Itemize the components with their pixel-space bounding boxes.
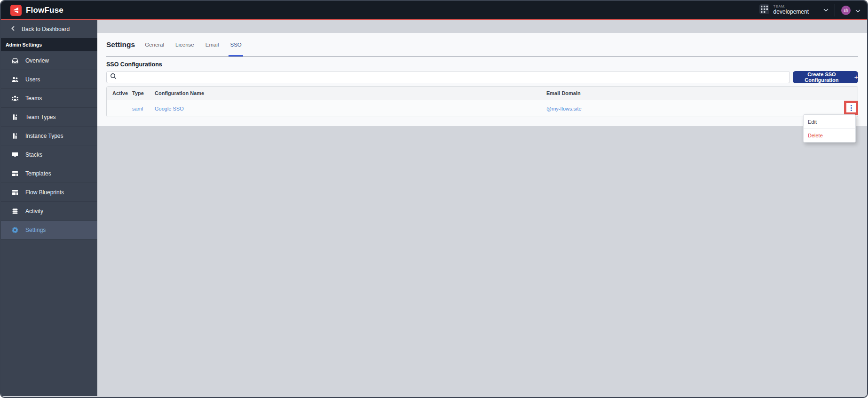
column-header-type: Type (132, 90, 155, 96)
sidebar-item-flow-blueprints[interactable]: Flow Blueprints (1, 183, 97, 202)
topbar-divider (835, 4, 835, 16)
column-header-email-domain: Email Domain (546, 90, 839, 96)
search-box (106, 71, 790, 83)
search-icon (110, 73, 117, 81)
tab-license[interactable]: License (175, 33, 195, 56)
sidebar-item-settings[interactable]: Settings (1, 221, 97, 239)
app-window: FlowFuse TEAM: developement (0, 0, 868, 398)
column-header-configuration-name: Configuration Name (155, 90, 546, 96)
tabs-divider (106, 56, 858, 57)
user-menu[interactable]: sh (841, 6, 860, 15)
section-title: SSO Configurations (106, 61, 858, 68)
chevron-down-icon (855, 6, 860, 15)
table-controls: Create SSO Configuration + (106, 71, 858, 83)
sidebar-item-activity[interactable]: Activity (1, 202, 97, 221)
kebab-icon (851, 105, 852, 106)
sidebar-item-label: Teams (25, 95, 42, 102)
table-header-row: Active Type Configuration Name Email Dom… (107, 87, 858, 100)
sidebar-item-label: Team Types (25, 114, 55, 120)
chart-document-icon (11, 113, 19, 121)
table-row[interactable]: saml Google SSO @my-flows.site (107, 100, 858, 117)
sidebar-item-templates[interactable]: Templates (1, 164, 97, 183)
team-texts: TEAM: developement (773, 5, 809, 15)
database-icon (11, 207, 19, 215)
sidebar-item-label: Flow Blueprints (25, 189, 64, 196)
settings-panel: Settings General License Email SSO SSO C… (97, 33, 867, 126)
sidebar-item-label: Stacks (25, 151, 42, 158)
admin-sidebar: Back to Dashboard Admin Settings Overvie… (1, 20, 97, 396)
brand-name: FlowFuse (26, 6, 63, 15)
team-grid-icon (759, 4, 769, 16)
row-kebab-menu-button[interactable] (844, 101, 858, 115)
tab-general[interactable]: General (144, 33, 165, 56)
team-name: developement (773, 9, 809, 16)
sidebar-item-label: Templates (25, 170, 51, 177)
create-sso-configuration-button[interactable]: Create SSO Configuration + (793, 71, 858, 83)
sidebar-item-label: Activity (25, 208, 43, 215)
admin-settings-section-label: Admin Settings (1, 38, 97, 51)
page-title: Settings (106, 33, 135, 56)
flowfuse-logo-icon (10, 5, 22, 16)
chevron-left-icon (11, 26, 15, 32)
sidebar-item-users[interactable]: Users (1, 70, 97, 89)
chevron-down-icon (823, 8, 829, 12)
inbox-icon (11, 57, 19, 64)
cell-email-domain[interactable]: @my-flows.site (546, 106, 839, 111)
gear-icon (11, 226, 19, 234)
sidebar-item-label: Overview (25, 57, 49, 64)
sidebar-item-team-types[interactable]: Team Types (1, 108, 97, 127)
sidebar-item-instance-types[interactable]: Instance Types (1, 127, 97, 145)
sidebar-item-overview[interactable]: Overview (1, 51, 97, 70)
search-input[interactable] (119, 72, 789, 83)
users-icon (11, 76, 19, 83)
column-header-active: Active (107, 90, 132, 96)
team-selector[interactable]: TEAM: developement (759, 4, 829, 16)
cell-type[interactable]: saml (132, 106, 155, 111)
chart-document-icon (11, 132, 19, 140)
tab-email[interactable]: Email (205, 33, 220, 56)
monitor-icon (11, 151, 19, 159)
settings-tabs: General License Email SSO (144, 33, 242, 56)
sidebar-item-label: Users (25, 76, 40, 83)
main-top-strip (97, 20, 867, 33)
menu-item-delete[interactable]: Delete (804, 128, 855, 142)
plus-icon: + (854, 74, 858, 80)
user-avatar[interactable]: sh (841, 6, 851, 15)
main-content: Settings General License Email SSO SSO C… (97, 20, 867, 396)
top-header: FlowFuse TEAM: developement (1, 1, 867, 20)
sidebar-item-label: Settings (25, 227, 46, 233)
tab-sso[interactable]: SSO (229, 33, 242, 56)
menu-item-edit[interactable]: Edit (804, 115, 855, 128)
back-label: Back to Dashboard (22, 26, 70, 32)
topbar-right: TEAM: developement sh (759, 4, 860, 16)
brand[interactable]: FlowFuse (10, 5, 63, 16)
teams-icon (11, 95, 19, 102)
sidebar-item-teams[interactable]: Teams (1, 89, 97, 108)
sidebar-item-label: Instance Types (25, 133, 63, 139)
back-to-dashboard[interactable]: Back to Dashboard (1, 20, 97, 38)
tabs-row: Settings General License Email SSO (106, 33, 858, 56)
sidebar-item-stacks[interactable]: Stacks (1, 145, 97, 164)
row-context-menu: Edit Delete (803, 114, 856, 143)
template-icon (11, 170, 19, 177)
cell-configuration-name[interactable]: Google SSO (155, 106, 546, 111)
template-icon (11, 189, 19, 196)
sso-configurations-table: Active Type Configuration Name Email Dom… (106, 86, 858, 117)
